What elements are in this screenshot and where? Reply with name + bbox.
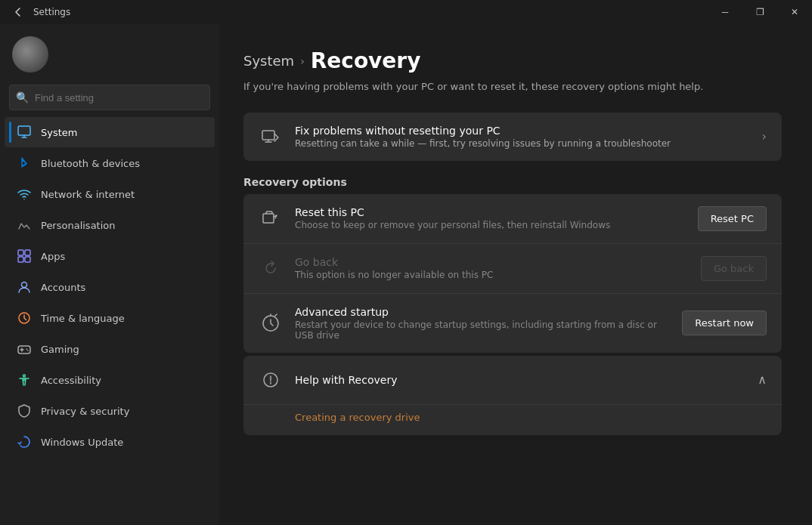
go-back-desc: This option is no longer available on th…: [295, 270, 689, 280]
recovery-row-go-back: Go back This option is no longer availab…: [243, 244, 782, 294]
svg-point-8: [23, 375, 26, 377]
svg-rect-10: [263, 214, 274, 223]
avatar: [12, 36, 48, 73]
reset-icon: [259, 206, 283, 230]
app-body: 🔍 System Bluetooth: [0, 24, 812, 525]
time-icon: [17, 310, 32, 326]
recovery-options-card: Reset this PC Choose to keep or remove y…: [243, 194, 782, 353]
close-button[interactable]: ✕: [777, 0, 812, 24]
help-left: Help with Recovery: [259, 368, 397, 392]
back-button[interactable]: [9, 3, 27, 21]
sidebar-profile: [0, 24, 219, 82]
advanced-title: Advanced startup: [295, 306, 670, 318]
sidebar-item-gaming-label: Gaming: [41, 344, 79, 355]
fix-arrow: ›: [762, 129, 767, 144]
sidebar-item-personalisation[interactable]: Personalisation: [5, 210, 215, 240]
svg-rect-2: [25, 250, 30, 255]
restart-now-button[interactable]: Restart now: [682, 310, 767, 335]
sidebar-item-accounts-label: Accounts: [41, 282, 85, 293]
reset-pc-button[interactable]: Reset PC: [698, 206, 767, 231]
sidebar-item-personalisation-label: Personalisation: [41, 220, 116, 231]
sidebar-item-apps-label: Apps: [41, 251, 65, 262]
help-chevron-icon: ∧: [758, 372, 767, 387]
gaming-icon: [17, 341, 32, 357]
apps-icon: [17, 249, 32, 264]
sidebar-item-network-label: Network & internet: [41, 189, 135, 200]
advanced-desc: Restart your device to change startup se…: [295, 320, 670, 341]
page-title: Recovery: [311, 48, 421, 73]
page-subtitle: If you're having problems with your PC o…: [243, 79, 782, 94]
go-back-text: Go back This option is no longer availab…: [295, 256, 689, 280]
titlebar-controls: ─ ❐ ✕: [708, 0, 812, 24]
advanced-startup-icon: [259, 311, 283, 335]
titlebar: Settings ─ ❐ ✕: [0, 0, 812, 24]
sidebar: 🔍 System Bluetooth: [0, 24, 219, 525]
titlebar-left: Settings: [9, 3, 70, 21]
help-with-recovery-card: Help with Recovery ∧ Creating a recovery…: [243, 356, 782, 435]
sidebar-item-accounts[interactable]: Accounts: [5, 272, 215, 302]
personalisation-icon: [17, 218, 32, 233]
fix-icon: [259, 125, 283, 149]
sidebar-item-system-label: System: [41, 127, 77, 138]
search-box: 🔍: [9, 85, 210, 110]
system-icon: [17, 125, 32, 140]
sidebar-item-accessibility-label: Accessibility: [41, 375, 101, 386]
bluetooth-icon: [17, 156, 32, 171]
reset-title: Reset this PC: [295, 206, 686, 218]
svg-rect-0: [18, 126, 30, 135]
breadcrumb-arrow: ›: [300, 55, 305, 67]
search-input[interactable]: [35, 92, 203, 103]
go-back-button: Go back: [701, 256, 767, 281]
sidebar-item-accessibility[interactable]: Accessibility: [5, 365, 215, 395]
reset-text: Reset this PC Choose to keep or remove y…: [295, 206, 686, 230]
svg-rect-4: [25, 257, 30, 262]
svg-point-5: [22, 283, 27, 288]
sidebar-item-bluetooth[interactable]: Bluetooth & devices: [5, 148, 215, 178]
recovery-options-title: Recovery options: [243, 176, 782, 188]
breadcrumb-system[interactable]: System: [243, 53, 294, 69]
sidebar-item-privacy-label: Privacy & security: [41, 406, 129, 417]
help-body: Creating a recovery drive: [243, 404, 782, 435]
nav-list: System Bluetooth & devices Network & int…: [0, 116, 219, 458]
recovery-drive-link[interactable]: Creating a recovery drive: [295, 412, 420, 423]
svg-rect-1: [18, 250, 23, 255]
sidebar-item-windows-update-label: Windows Update: [41, 437, 123, 448]
sidebar-item-windows-update[interactable]: Windows Update: [5, 427, 215, 457]
sidebar-item-time-label: Time & language: [41, 313, 125, 324]
avatar-image: [12, 36, 48, 73]
fix-text: Fix problems without resetting your PC R…: [295, 125, 750, 149]
fix-desc: Resetting can take a while — first, try …: [295, 138, 750, 149]
help-header[interactable]: Help with Recovery ∧: [243, 356, 782, 404]
fix-problems-item[interactable]: Fix problems without resetting your PC R…: [243, 113, 782, 161]
sidebar-item-apps[interactable]: Apps: [5, 241, 215, 271]
sidebar-item-privacy[interactable]: Privacy & security: [5, 396, 215, 426]
titlebar-title: Settings: [33, 7, 70, 17]
go-back-icon: [259, 256, 283, 280]
fix-problems-card: Fix problems without resetting your PC R…: [243, 113, 782, 161]
sidebar-item-system[interactable]: System: [5, 117, 215, 147]
fix-title: Fix problems without resetting your PC: [295, 125, 750, 137]
go-back-title: Go back: [295, 256, 689, 268]
sidebar-item-time[interactable]: Time & language: [5, 303, 215, 333]
recovery-row-reset: Reset this PC Choose to keep or remove y…: [243, 194, 782, 244]
svg-rect-3: [18, 257, 23, 262]
content-area: System › Recovery If you're having probl…: [219, 24, 812, 525]
accessibility-icon: [17, 372, 32, 388]
minimize-button[interactable]: ─: [708, 0, 742, 24]
sidebar-item-gaming[interactable]: Gaming: [5, 334, 215, 364]
reset-desc: Choose to keep or remove your personal f…: [295, 220, 686, 230]
breadcrumb: System › Recovery: [243, 48, 782, 73]
help-icon: [259, 368, 283, 392]
restore-button[interactable]: ❐: [742, 0, 777, 24]
network-icon: [17, 187, 32, 202]
sidebar-item-bluetooth-label: Bluetooth & devices: [41, 158, 140, 169]
sidebar-item-network[interactable]: Network & internet: [5, 179, 215, 209]
svg-rect-9: [262, 131, 274, 140]
search-icon: 🔍: [16, 91, 29, 103]
help-title: Help with Recovery: [295, 374, 397, 386]
privacy-icon: [17, 403, 32, 418]
update-icon: [17, 434, 32, 449]
recovery-row-advanced: Advanced startup Restart your device to …: [243, 294, 782, 353]
accounts-icon: [17, 279, 32, 295]
advanced-text: Advanced startup Restart your device to …: [295, 306, 670, 341]
